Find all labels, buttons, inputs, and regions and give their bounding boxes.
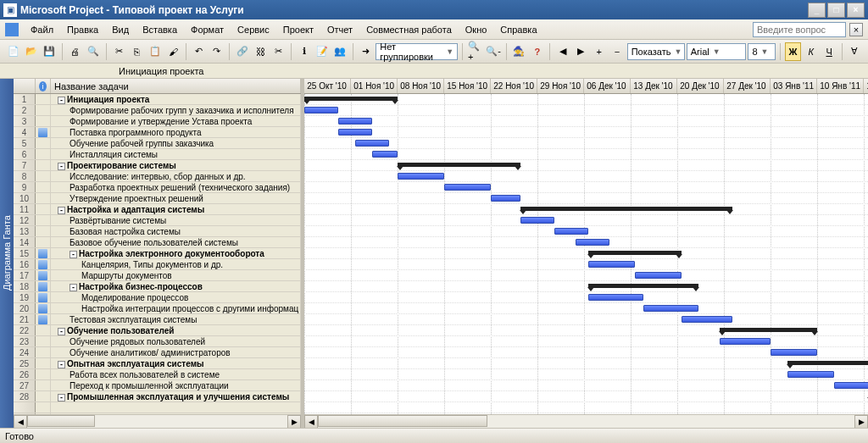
new-button[interactable]: 📄	[5, 42, 21, 61]
task-name-cell[interactable]: Базовая настройка системы	[51, 226, 301, 236]
table-row[interactable]: 6Инсталляция системы	[14, 149, 301, 160]
table-row[interactable]: 14Базовое обучение пользователей системы	[14, 237, 301, 248]
table-row[interactable]: 24Обучение аналитиков/ администраторов	[14, 347, 301, 358]
menu-справка[interactable]: Справка	[493, 22, 543, 37]
collapse-button[interactable]: -	[58, 207, 65, 214]
task-name-cell[interactable]: Развёртывание системы	[51, 215, 301, 225]
task-name-cell[interactable]: -Настройка бизнес-процессов	[51, 281, 301, 291]
gantt-hscroll[interactable]: ◀ ▶	[304, 414, 868, 428]
cut-button[interactable]: ✂	[110, 42, 126, 61]
table-row[interactable]: 20Настройка интеграции процессов с други…	[14, 303, 301, 314]
table-row[interactable]: 2Формирование рабочих групп у заказчика …	[14, 105, 301, 116]
menu-совместная работа[interactable]: Совместная работа	[359, 22, 459, 37]
task-bar[interactable]	[643, 305, 698, 312]
filter-button[interactable]: ∀	[847, 42, 863, 61]
task-bar[interactable]	[682, 316, 732, 323]
collapse-button[interactable]: -	[58, 361, 65, 368]
task-bar[interactable]	[588, 261, 635, 268]
task-bar[interactable]	[491, 195, 520, 202]
scroll-track[interactable]	[27, 415, 287, 428]
table-row[interactable]: 8Исследование: интервью, сбор данных и д…	[14, 171, 301, 182]
summary-bar[interactable]	[588, 284, 698, 288]
outdent-button[interactable]: ◀	[554, 42, 570, 61]
task-bar[interactable]	[520, 217, 554, 224]
collapse-button[interactable]: -	[58, 97, 65, 104]
summary-bar[interactable]	[398, 163, 520, 167]
scroll-track[interactable]	[318, 415, 854, 428]
task-name-cell[interactable]: Формирование и утверждение Устава проект…	[51, 116, 301, 126]
scroll-thumb[interactable]	[318, 415, 487, 427]
menu-проект[interactable]: Проект	[276, 22, 320, 37]
task-name-cell[interactable]: -Настройка и адаптация системы	[51, 204, 301, 214]
notes-button[interactable]: 📝	[314, 42, 330, 61]
task-name-cell[interactable]: -Промышленная эксплуатация и улучшения с…	[51, 391, 301, 401]
menu-вставка[interactable]: Вставка	[136, 22, 184, 37]
table-row[interactable]: 26Работа всех пользователей в системе	[14, 369, 301, 380]
goto-button[interactable]: ➜	[358, 42, 374, 61]
task-name-cell[interactable]: Разработка проектных решений (техническо…	[51, 182, 301, 192]
table-row[interactable]: 22-Обучение пользователей	[14, 325, 301, 336]
scroll-right-button[interactable]: ▶	[287, 415, 301, 428]
table-row[interactable]	[14, 402, 301, 413]
ask-question-input[interactable]	[753, 22, 846, 37]
task-bar[interactable]	[576, 239, 609, 246]
task-name-cell[interactable]: -Опытная эксплуатация системы	[51, 358, 301, 368]
task-name-cell[interactable]: Тестовая эксплуатация системы	[51, 314, 301, 324]
grouping-combo[interactable]: Нет группировки ▼	[376, 43, 458, 60]
task-name-cell[interactable]: -Инициация проекта	[51, 94, 301, 104]
copy-button[interactable]: ⎘	[129, 42, 145, 61]
minimize-button[interactable]: _	[808, 3, 826, 18]
summary-bar[interactable]	[304, 97, 398, 101]
task-name-cell[interactable]: Маршруты документов	[51, 270, 301, 280]
task-name-cell[interactable]: Исследование: интервью, сбор данных и др…	[51, 171, 301, 181]
scroll-left-button[interactable]: ◀	[14, 415, 27, 428]
grid-hscroll[interactable]: ◀ ▶	[14, 414, 301, 428]
collapse-button[interactable]: -	[58, 328, 65, 335]
underline-button[interactable]: Ч	[821, 42, 837, 61]
task-bar[interactable]	[338, 129, 372, 136]
task-name-cell[interactable]: Поставка программного продукта	[51, 127, 301, 137]
scroll-right-button[interactable]: ▶	[854, 415, 868, 428]
table-row[interactable]: 17Маршруты документов	[14, 270, 301, 281]
task-bar[interactable]	[720, 338, 771, 345]
summary-bar[interactable]	[588, 251, 682, 255]
table-row[interactable]: 18-Настройка бизнес-процессов	[14, 281, 301, 292]
indent-button[interactable]: ▶	[573, 42, 589, 61]
font-combo[interactable]: Arial ▼	[687, 43, 747, 60]
collapse-button[interactable]: -	[70, 284, 77, 291]
task-bar[interactable]	[398, 173, 444, 180]
print-button[interactable]: 🖨	[67, 42, 83, 61]
italic-button[interactable]: К	[803, 42, 819, 61]
split-button[interactable]: ✂	[270, 42, 287, 61]
menu-отчет[interactable]: Отчет	[320, 22, 359, 37]
collapse-button[interactable]: -	[58, 394, 65, 401]
redo-button[interactable]: ↷	[209, 42, 225, 61]
show-combo[interactable]: Показать ▼	[627, 43, 685, 60]
table-row[interactable]: 3Формирование и утверждение Устава проек…	[14, 116, 301, 127]
scroll-left-button[interactable]: ◀	[304, 415, 318, 428]
summary-bar[interactable]	[720, 328, 817, 332]
task-name-cell[interactable]: Обучение аналитиков/ администраторов	[51, 347, 301, 357]
task-bar[interactable]	[554, 228, 588, 235]
task-name-cell[interactable]: -Проектирование системы	[51, 160, 301, 170]
zoom-out-button[interactable]: 🔍-	[485, 42, 502, 61]
close-button[interactable]: ×	[847, 3, 865, 18]
size-combo[interactable]: 8 ▼	[748, 43, 776, 60]
task-bar[interactable]	[588, 294, 643, 301]
table-row[interactable]: 27Переход к промышленной эксплуатации	[14, 380, 301, 391]
task-name-cell[interactable]: Обучение рабочей группы заказчика	[51, 138, 301, 148]
view-tab-gantt[interactable]: Диаграмма Ганта	[0, 79, 14, 428]
doc-close-button[interactable]: ×	[849, 23, 863, 36]
table-row[interactable]: 19Моделирование процессов	[14, 292, 301, 303]
menu-правка[interactable]: Правка	[60, 22, 105, 37]
zoom-in-button[interactable]: 🔍+	[467, 42, 483, 61]
task-bar[interactable]	[372, 151, 398, 158]
bold-button[interactable]: Ж	[785, 42, 801, 61]
table-row[interactable]: 25-Опытная эксплуатация системы	[14, 358, 301, 369]
task-bar[interactable]	[355, 140, 389, 147]
task-name-cell[interactable]: Обучение рядовых пользователей	[51, 336, 301, 346]
summary-bar[interactable]	[787, 361, 868, 365]
hide-sub-button[interactable]: −	[609, 42, 625, 61]
table-row[interactable]: 13Базовая настройка системы	[14, 226, 301, 237]
task-bar[interactable]	[635, 272, 682, 279]
